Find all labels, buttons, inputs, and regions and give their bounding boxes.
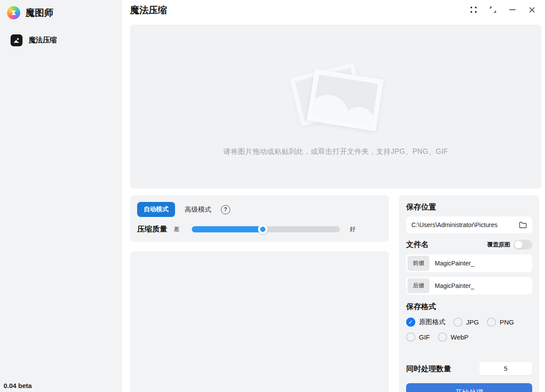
overwrite-label: 覆盖原图 [487,241,510,249]
suffix-input[interactable] [429,282,532,289]
quality-max-label: 好 [350,225,355,233]
filename-heading: 文件名 [406,239,429,250]
prefix-field[interactable]: 前缀 [406,254,532,272]
version-label: 0.04 beta [4,382,32,389]
radio-icon [453,317,463,327]
mode-panel: 自动模式 高级模式 ? 压缩质量 差 好 [130,195,389,242]
save-format-heading: 保存格式 [406,302,532,312]
format-radio-png[interactable]: PNG [487,317,514,327]
concurrency-label: 同时处理数量 [406,364,451,374]
app-title: 魔图师 [26,7,53,19]
suffix-chip: 后缀 [407,278,429,293]
prefix-chip: 前缀 [407,256,429,271]
page-title: 魔法压缩 [130,4,167,16]
concurrency-input[interactable] [479,362,532,375]
tab-advanced-mode[interactable]: 高级模式 [185,205,211,214]
folder-icon[interactable] [518,220,528,230]
quality-label: 压缩质量 [137,224,167,234]
drop-hint-text: 请将图片拖动或粘贴到此，或双击打开文件夹，支持JPG、PNG、GIF [130,147,541,157]
radio-icon [438,332,447,342]
format-radio-original[interactable]: ✓ 原图格式 [406,317,445,327]
overwrite-toggle[interactable] [514,240,532,250]
app-window: 魔图师 魔法压缩 0.04 beta 魔法压缩 [0,0,545,392]
file-queue-panel [130,251,389,392]
save-path-input[interactable] [411,221,518,228]
radio-icon [406,332,415,342]
close-icon[interactable] [522,2,541,18]
photo-placeholder-icon [292,63,380,134]
minimize-icon[interactable] [503,2,522,18]
format-radio-webp[interactable]: WebP [438,332,469,342]
sidebar: 魔图师 魔法压缩 0.04 beta [0,0,122,392]
start-processing-button[interactable]: 开始处理 [406,383,532,392]
sidebar-item-magic-compress[interactable]: 魔法压缩 [7,32,118,49]
sidebar-item-label: 魔法压缩 [29,36,57,45]
quality-slider-thumb[interactable] [258,224,268,234]
app-logo-icon [7,6,20,19]
quality-slider-fill [192,226,263,232]
window-controls [464,2,541,18]
radio-checked-icon: ✓ [406,317,415,327]
quality-slider[interactable] [192,226,340,232]
quality-min-label: 差 [174,225,179,233]
radio-icon [487,317,496,327]
format-radio-jpg[interactable]: JPG [453,317,479,327]
save-location-heading: 保存位置 [406,202,532,212]
app-brand: 魔图师 [0,0,122,24]
maximize-icon[interactable] [483,2,503,18]
image-icon [11,34,22,46]
format-radio-gif[interactable]: GIF [406,332,430,342]
save-settings-panel: 保存位置 文件名 覆盖原图 前缀 后缀 保存格式 [399,195,539,392]
layout-dots-icon[interactable] [464,2,483,18]
save-path-field[interactable] [406,217,532,233]
tab-auto-mode[interactable]: 自动模式 [137,202,175,217]
help-icon[interactable]: ? [221,205,230,214]
image-drop-zone[interactable]: 请将图片拖动或粘贴到此，或双击打开文件夹，支持JPG、PNG、GIF [130,25,541,189]
suffix-field[interactable]: 后缀 [406,277,532,295]
prefix-input[interactable] [429,260,532,267]
